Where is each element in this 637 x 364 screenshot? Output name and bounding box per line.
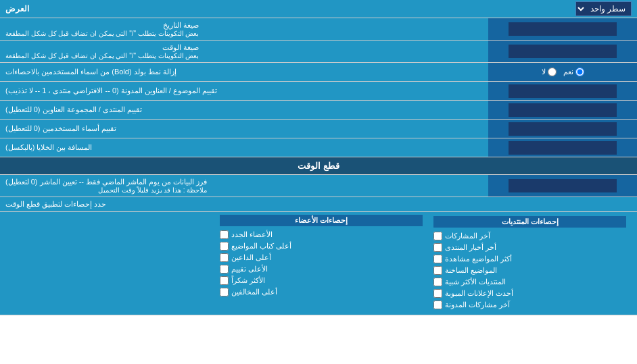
- checkbox-top-posters-input[interactable]: [220, 242, 229, 251]
- checkbox-news-input[interactable]: [433, 243, 442, 252]
- display-select[interactable]: سطر واحد سطرين ثلاثة أسطر: [575, 1, 632, 16]
- limit-row: حدد إحصاءات لتطبيق قطع الوقت: [0, 197, 637, 212]
- checkbox-most-warned: أعلى المخالفين: [220, 286, 423, 298]
- col3-area: [5, 215, 214, 312]
- limit-label: حدد إحصاءات لتطبيق قطع الوقت: [5, 200, 106, 209]
- col1-title: إحصاءات الأعضاء: [220, 215, 423, 226]
- forum-order-input-container[interactable]: 33: [488, 82, 637, 100]
- checkbox-new-members-input[interactable]: [220, 230, 229, 239]
- checkbox-hot-topics-input[interactable]: [433, 266, 442, 275]
- bold-remove-row: نعم لا إزالة نمط بولد (Bold) من اسماء ال…: [0, 63, 637, 82]
- bold-remove-label: إزالة نمط بولد (Bold) من اسماء المستخدمي…: [0, 63, 488, 81]
- checkbox-top-inviters: أعلى الداعين: [220, 252, 423, 263]
- forum-group-input[interactable]: 33: [509, 103, 617, 117]
- checkbox-top-rated-input[interactable]: [220, 265, 229, 274]
- forum-order-label: تقييم الموضوع / العناوين المدونة (0 -- ا…: [0, 82, 488, 100]
- user-trim-label: تقييم أسماء المستخدمين (0 للتعطيل): [0, 120, 488, 138]
- col2-title: إحصاءات المنتديات: [433, 216, 626, 228]
- cell-spacing-row: 2 المسافة بين الخلايا (بالبكسل): [0, 138, 637, 157]
- bold-no-label[interactable]: لا: [542, 68, 557, 76]
- checkbox-col-forums: إحصاءات المنتديات آخر المشاركات أخر أخبا…: [428, 215, 632, 312]
- time-cut-row: 0 فرز البيانات من يوم الماشر الماضي فقط …: [0, 175, 637, 197]
- date-format-row: d-m صيغة التاريخ بعض التكوينات يتطلب "/"…: [0, 18, 637, 41]
- checkbox-similar-forums-input[interactable]: [433, 278, 442, 286]
- checkbox-classified-ads-input[interactable]: [433, 289, 442, 298]
- forum-order-row: 33 تقييم الموضوع / العناوين المدونة (0 -…: [0, 82, 637, 101]
- time-format-input[interactable]: H:i: [509, 45, 617, 58]
- checkbox-classified-ads: أحدث الإعلانات المبوبة: [433, 288, 626, 299]
- cell-spacing-input[interactable]: 2: [509, 141, 617, 155]
- time-format-row: H:i صيغة الوقت بعض التكوينات يتطلب "/" ا…: [0, 41, 637, 63]
- cell-spacing-label: المسافة بين الخلايا (بالبكسل): [0, 138, 488, 157]
- time-format-label: صيغة الوقت بعض التكوينات يتطلب "/" التي …: [0, 41, 488, 62]
- forum-group-label: تقييم المنتدى / المجموعة العناوين (0 للت…: [0, 101, 488, 119]
- time-cut-input[interactable]: 0: [509, 179, 617, 192]
- time-cut-label: فرز البيانات من يوم الماشر الماضي فقط --…: [0, 175, 488, 197]
- time-format-input-container[interactable]: H:i: [488, 41, 637, 62]
- checkbox-hot-topics: المواضيع الساخنة: [433, 265, 626, 276]
- date-format-label: صيغة التاريخ بعض التكوينات يتطلب "/" الت…: [0, 18, 488, 40]
- checkbox-most-viewed-input[interactable]: [433, 255, 442, 263]
- checkbox-most-thanked-input[interactable]: [220, 276, 229, 285]
- bold-yes-radio[interactable]: [575, 68, 584, 76]
- user-trim-input[interactable]: 0: [509, 122, 617, 136]
- checkbox-top-rated: الأعلى تقييم: [220, 263, 423, 275]
- checkbox-news: أخر أخبار المنتدى: [433, 242, 626, 253]
- checkbox-new-members: الأعضاء الجدد: [220, 229, 423, 240]
- checkbox-most-viewed: أكثر المواضيع مشاهدة: [433, 253, 626, 265]
- bold-radio-group: نعم لا: [536, 66, 590, 78]
- date-format-input[interactable]: d-m: [509, 22, 617, 36]
- checkbox-most-thanked: الأكثر شكراً: [220, 275, 423, 286]
- forum-group-row: 33 تقييم المنتدى / المجموعة العناوين (0 …: [0, 101, 637, 120]
- checkbox-last-posts: آخر المشاركات: [433, 230, 626, 242]
- checkbox-most-warned-input[interactable]: [220, 288, 229, 296]
- forum-order-input[interactable]: 33: [509, 84, 617, 98]
- checkbox-similar-forums: المنتديات الأكثر شبية: [433, 276, 626, 288]
- time-cut-input-container[interactable]: 0: [488, 175, 637, 197]
- checkbox-blog-posts-input[interactable]: [433, 301, 442, 309]
- forum-group-input-container[interactable]: 33: [488, 101, 637, 119]
- user-trim-input-container[interactable]: 0: [488, 120, 637, 138]
- checkbox-top-posters: أعلى كتاب المواضيع: [220, 240, 423, 252]
- display-select-container[interactable]: سطر واحد سطرين ثلاثة أسطر: [575, 1, 632, 16]
- date-format-input-container[interactable]: d-m: [488, 18, 637, 40]
- checkbox-last-posts-input[interactable]: [433, 232, 442, 240]
- top-header: سطر واحد سطرين ثلاثة أسطر العرض: [0, 0, 637, 18]
- bold-remove-radio-container: نعم لا: [488, 63, 637, 81]
- section-title: العرض: [5, 4, 29, 14]
- cell-spacing-input-container[interactable]: 2: [488, 138, 637, 157]
- checkbox-blog-posts: آخر مشاركات المدونة: [433, 299, 626, 311]
- bold-no-radio[interactable]: [548, 68, 557, 76]
- checkbox-top-inviters-input[interactable]: [220, 253, 229, 262]
- bold-yes-label[interactable]: نعم: [563, 68, 584, 76]
- user-trim-row: 0 تقييم أسماء المستخدمين (0 للتعطيل): [0, 120, 637, 138]
- checkbox-col-members: إحصاءات الأعضاء الأعضاء الجدد أعلى كتاب …: [220, 215, 423, 312]
- time-cut-header: قطع الوقت: [0, 157, 637, 175]
